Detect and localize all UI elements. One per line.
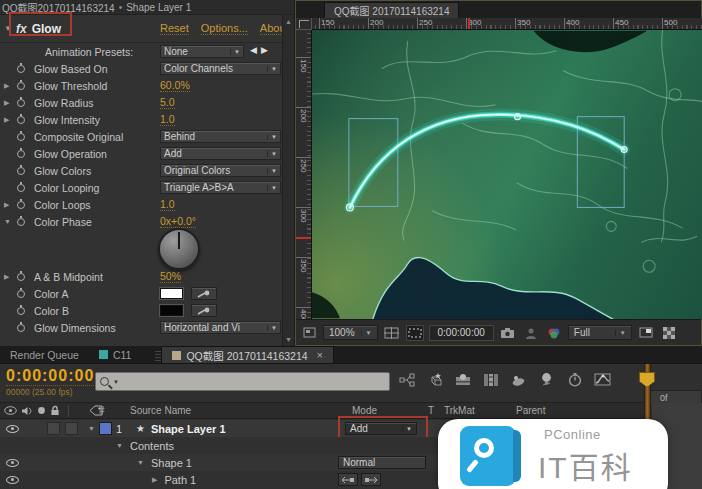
lock-column-icon[interactable]	[50, 405, 60, 416]
solo-column-icon[interactable]	[37, 406, 46, 415]
resolution-dropdown[interactable]: Full ▼	[568, 325, 632, 340]
draft-3d-icon[interactable]	[426, 371, 443, 388]
eyedropper-icon[interactable]	[191, 287, 217, 300]
interpolation-in-icon[interactable]	[338, 473, 358, 486]
viewer-timecode[interactable]: 0:00:00:00	[429, 325, 494, 341]
prev-preset-icon[interactable]: ◀	[250, 45, 257, 55]
video-column-icon[interactable]	[4, 406, 17, 415]
tab-render-queue[interactable]: Render Queue	[0, 346, 89, 363]
effects-scrollbar[interactable]: ▲ ▼	[282, 15, 294, 346]
group-name[interactable]: Contents	[130, 440, 174, 452]
composition-canvas[interactable]	[312, 30, 702, 319]
visibility-eye-icon[interactable]	[6, 476, 19, 484]
twirl-right-icon[interactable]: ▶	[4, 116, 17, 124]
twirl-down-icon[interactable]: ▼	[4, 218, 17, 225]
color-phase-value[interactable]: 0x+0.0°	[160, 215, 196, 228]
close-tab-icon[interactable]: ×	[317, 349, 323, 361]
stopwatch-icon[interactable]	[17, 82, 31, 90]
column-number[interactable]: #	[99, 405, 105, 416]
composite-original-dropdown[interactable]: Behind ▼	[160, 130, 281, 143]
show-snapshot-icon[interactable]	[522, 325, 540, 341]
stopwatch-icon[interactable]	[17, 273, 31, 281]
interpolation-out-icon[interactable]	[361, 473, 381, 486]
channel-rgb-icon[interactable]	[545, 325, 563, 341]
twirl-down-icon[interactable]: ▼	[88, 425, 95, 432]
mini-flowchart-icon[interactable]	[398, 371, 415, 388]
scroll-down-icon[interactable]: ▼	[285, 336, 292, 343]
column-mode[interactable]: Mode	[352, 405, 377, 416]
path-anchor-end[interactable]	[621, 147, 627, 153]
visibility-eye-icon[interactable]	[6, 425, 19, 433]
twirl-right-icon[interactable]: ▶	[4, 273, 17, 281]
scroll-up-icon[interactable]: ▲	[285, 18, 292, 25]
ruler-origin-box[interactable]	[296, 18, 312, 30]
color-phase-dial[interactable]	[158, 228, 200, 270]
column-trkmat[interactable]: TrkMat	[444, 405, 475, 416]
glow-colors-dropdown[interactable]: Original Colors ▼	[160, 164, 281, 177]
stopwatch-icon[interactable]	[17, 99, 31, 107]
frame-blend-icon[interactable]	[454, 371, 471, 388]
mode-dropdown[interactable]: Add ▼	[345, 422, 417, 435]
animation-presets-dropdown[interactable]: None ▼	[160, 45, 244, 58]
reset-link[interactable]: Reset	[160, 22, 189, 35]
glow-dimensions-dropdown[interactable]: Horizontal and Vi ▼	[160, 321, 281, 334]
glow-based-on-dropdown[interactable]: Color Channels ▼	[160, 62, 281, 75]
color-a-swatch[interactable]	[160, 288, 183, 299]
stopwatch-icon[interactable]	[17, 116, 31, 124]
column-parent[interactable]: Parent	[516, 405, 545, 416]
stopwatch-icon[interactable]	[17, 307, 31, 315]
twirl-right-icon[interactable]: ▶	[152, 476, 157, 484]
stopwatch-icon[interactable]	[17, 290, 31, 298]
graph-editor-icon[interactable]	[594, 371, 611, 388]
target-region-icon[interactable]	[637, 325, 655, 341]
glow-radius-value[interactable]: 5.0	[160, 96, 175, 109]
path-anchor-mid[interactable]	[514, 114, 520, 120]
glow-path[interactable]	[350, 115, 624, 208]
snapshot-camera-icon[interactable]	[499, 325, 517, 341]
stopwatch-icon[interactable]	[17, 150, 31, 158]
twirl-right-icon[interactable]: ▶	[4, 99, 17, 107]
tab-comp-active[interactable]: QQ截图 20170114163214 ×	[161, 346, 334, 363]
glow-intensity-value[interactable]: 1.0	[160, 113, 175, 126]
blend-mode-dropdown[interactable]: Normal	[338, 456, 426, 469]
stopwatch-icon[interactable]	[17, 184, 31, 192]
twirl-right-icon[interactable]: ▶	[4, 201, 17, 209]
path-anchor-start[interactable]	[346, 204, 353, 211]
stopwatch-icon[interactable]	[17, 218, 31, 226]
region-of-interest-icon[interactable]	[406, 325, 424, 341]
auto-keyframe-icon[interactable]	[566, 371, 583, 388]
safe-margins-icon[interactable]	[383, 325, 401, 341]
search-input[interactable]: ▼	[95, 372, 390, 391]
next-preset-icon[interactable]: ▶	[261, 45, 268, 55]
visibility-eye-icon[interactable]	[6, 459, 19, 467]
audio-column-icon[interactable]	[21, 406, 33, 416]
current-timecode[interactable]: 0:00:00:00	[6, 367, 94, 386]
color-loops-value[interactable]: 1.0	[160, 198, 175, 211]
color-b-swatch[interactable]	[160, 305, 183, 316]
column-source-name[interactable]: Source Name	[130, 405, 191, 416]
stopwatch-icon[interactable]	[17, 201, 31, 209]
zoom-dropdown[interactable]: 100% ▼	[323, 325, 378, 340]
stopwatch-icon[interactable]	[17, 324, 31, 332]
layer-label-chip[interactable]	[100, 423, 111, 434]
twirl-down-icon[interactable]: ▼	[137, 459, 144, 466]
search-options-arrow-icon[interactable]: ▼	[113, 379, 119, 385]
column-t[interactable]: T	[428, 405, 434, 416]
vertical-ruler[interactable]: 150 200 250 300 350 400	[296, 30, 312, 319]
layer-name[interactable]: Shape Layer 1	[151, 423, 226, 435]
transparency-grid-icon[interactable]	[660, 325, 678, 341]
ab-midpoint-value[interactable]: 50%	[160, 270, 181, 283]
twirl-right-icon[interactable]: ▶	[4, 82, 17, 90]
horizontal-ruler[interactable]: 150 200 250 300 350 400 450 500	[312, 18, 702, 30]
viewer-tab[interactable]: QQ截图 20170114163214	[324, 2, 459, 18]
group-name[interactable]: Path 1	[164, 474, 196, 486]
stopwatch-icon[interactable]	[17, 167, 31, 175]
lightbulb-icon[interactable]	[538, 371, 555, 388]
quality-switch[interactable]	[47, 422, 60, 435]
eyedropper-icon[interactable]	[191, 304, 217, 317]
group-name[interactable]: Shape 1	[151, 457, 192, 469]
glow-threshold-value[interactable]: 60.0%	[160, 79, 190, 92]
motion-blur-icon[interactable]	[482, 371, 499, 388]
effects-switch[interactable]	[65, 422, 78, 435]
color-looping-dropdown[interactable]: Triangle A>B>A ▼	[160, 181, 281, 194]
